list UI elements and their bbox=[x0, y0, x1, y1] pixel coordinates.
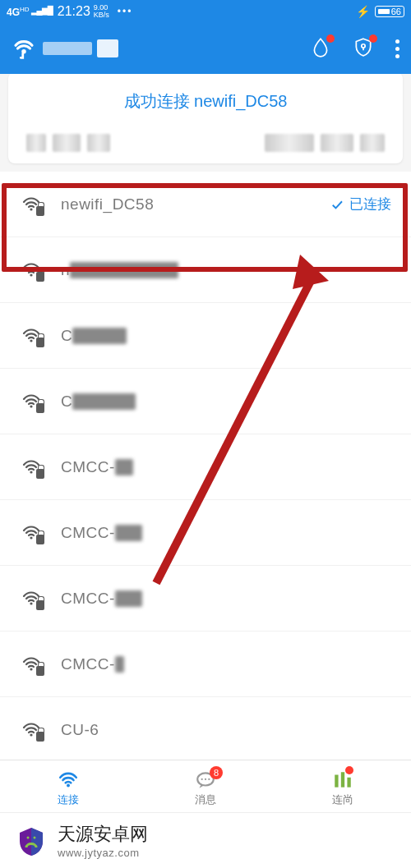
nav-tab-3[interactable]: 连尚 bbox=[330, 769, 355, 807]
app-bar bbox=[0, 23, 411, 74]
wifi-row[interactable]: C bbox=[0, 369, 411, 434]
wifi-lock-icon bbox=[20, 457, 43, 477]
nav-dot bbox=[345, 766, 353, 774]
wifi-row[interactable]: CMCC- bbox=[0, 500, 411, 566]
app-logo-icon bbox=[12, 36, 36, 61]
svg-point-10 bbox=[30, 733, 32, 736]
connected-indicator: 已连接 bbox=[330, 195, 391, 214]
app-title-redacted-2 bbox=[97, 39, 118, 57]
wifi-lock-icon bbox=[20, 720, 43, 740]
nav-label: 连尚 bbox=[332, 792, 353, 807]
wifi-row[interactable]: CU-6 bbox=[0, 697, 411, 763]
water-drop-button[interactable] bbox=[310, 36, 331, 61]
svg-point-1 bbox=[362, 44, 365, 48]
wifi-ssid: C bbox=[61, 327, 127, 345]
wifi-row[interactable]: CMCC- bbox=[0, 566, 411, 631]
wifi-lock-icon bbox=[20, 589, 43, 609]
nav-label: 消息 bbox=[195, 792, 216, 807]
svg-point-2 bbox=[30, 208, 32, 210]
nav-tab-messages[interactable]: 8 消息 bbox=[193, 769, 218, 807]
svg-point-6 bbox=[30, 471, 32, 473]
wifi-ssid: CMCC- bbox=[61, 655, 124, 673]
svg-point-22 bbox=[27, 836, 30, 838]
svg-point-5 bbox=[30, 405, 32, 407]
wifi-lock-icon bbox=[20, 654, 43, 674]
notification-dot bbox=[326, 34, 335, 43]
wifi-ssid: CMCC- bbox=[61, 590, 142, 608]
signal-icon: ▂▄▆█ bbox=[31, 6, 53, 15]
net-speed: 9.00KB/s bbox=[94, 4, 109, 19]
network-type: 4GHD bbox=[7, 6, 30, 18]
wifi-lock-icon bbox=[20, 260, 43, 280]
svg-rect-19 bbox=[335, 774, 338, 787]
wifi-list: newifi_DC58 已连接 n C C CMCC- bbox=[0, 172, 411, 829]
battery-indicator: 66 bbox=[375, 6, 404, 17]
svg-point-8 bbox=[30, 602, 32, 604]
wifi-ssid: CMCC- bbox=[61, 458, 133, 476]
overflow-menu-button[interactable] bbox=[395, 39, 399, 58]
shield-button[interactable] bbox=[353, 36, 374, 61]
wifi-nav-icon bbox=[56, 769, 81, 791]
charging-icon: ⚡ bbox=[356, 5, 370, 18]
wifi-row[interactable]: n bbox=[0, 237, 411, 303]
svg-point-7 bbox=[30, 536, 32, 539]
watermark-bar: 天源安卓网 www.jytyaz.com bbox=[0, 812, 411, 868]
wifi-row[interactable]: newifi_DC58 已连接 bbox=[0, 172, 411, 237]
svg-rect-21 bbox=[347, 777, 350, 787]
watermark-logo-icon bbox=[15, 824, 48, 857]
watermark-name: 天源安卓网 bbox=[58, 822, 148, 847]
notification-dot bbox=[369, 34, 377, 43]
card-detail-row bbox=[21, 134, 390, 152]
wifi-ssid: CU-6 bbox=[61, 721, 99, 739]
svg-point-18 bbox=[208, 778, 210, 779]
wifi-ssid: C bbox=[61, 393, 136, 411]
svg-point-17 bbox=[205, 778, 206, 779]
nav-badge: 8 bbox=[210, 766, 223, 779]
nav-tab-connect[interactable]: 连接 bbox=[56, 769, 81, 807]
connected-label: 已连接 bbox=[349, 195, 391, 214]
wifi-row[interactable]: CMCC- bbox=[0, 434, 411, 500]
svg-point-23 bbox=[34, 836, 36, 838]
wifi-lock-icon bbox=[20, 195, 43, 214]
wifi-lock-icon bbox=[20, 392, 43, 411]
wifi-ssid: CMCC- bbox=[61, 524, 142, 542]
svg-point-4 bbox=[30, 339, 32, 342]
svg-point-9 bbox=[30, 668, 32, 670]
wifi-row[interactable]: C bbox=[0, 303, 411, 369]
connection-success-title: 成功连接 newifi_DC58 bbox=[21, 90, 390, 113]
bottom-nav: 连接 8 消息 连尚 bbox=[0, 760, 411, 812]
wifi-row[interactable]: CMCC- bbox=[0, 631, 411, 697]
svg-rect-20 bbox=[340, 772, 344, 787]
svg-point-3 bbox=[30, 273, 32, 276]
wifi-lock-icon bbox=[20, 326, 43, 346]
watermark-url: www.jytyaz.com bbox=[58, 847, 139, 859]
nav-label: 连接 bbox=[58, 792, 79, 807]
wifi-ssid: newifi_DC58 bbox=[61, 195, 154, 214]
wifi-lock-icon bbox=[20, 523, 43, 543]
status-more-icon: ••• bbox=[118, 6, 133, 17]
svg-point-16 bbox=[201, 778, 203, 779]
clock: 21:23 bbox=[58, 4, 90, 19]
svg-point-14 bbox=[67, 783, 70, 787]
check-icon bbox=[330, 197, 344, 212]
wifi-ssid: n bbox=[61, 261, 178, 279]
connection-success-card: 成功连接 newifi_DC58 bbox=[8, 72, 403, 163]
status-bar: 4GHD ▂▄▆█ 21:23 9.00KB/s ••• ⚡ 66 bbox=[0, 0, 411, 23]
app-title-redacted bbox=[43, 42, 92, 55]
